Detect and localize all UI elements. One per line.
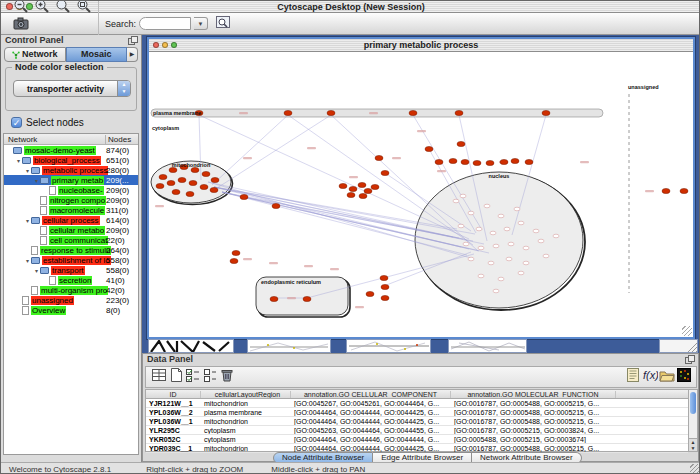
- zoom-selected-icon[interactable]: [75, 0, 92, 14]
- nucleus-node[interactable]: [468, 257, 474, 261]
- node[interactable]: [178, 177, 186, 182]
- node[interactable]: [375, 155, 383, 160]
- node[interactable]: [270, 296, 278, 301]
- node[interactable]: [473, 160, 481, 165]
- node[interactable]: [156, 183, 164, 188]
- background-window-1[interactable]: [148, 339, 234, 353]
- node[interactable]: [240, 194, 248, 199]
- node[interactable]: [364, 188, 372, 193]
- unselect-attributes-icon[interactable]: [201, 367, 218, 384]
- tree-row[interactable]: macromolecule311(0): [4, 205, 138, 215]
- new-attribute-icon[interactable]: [167, 367, 184, 384]
- nucleus-node[interactable]: [458, 224, 464, 228]
- nucleus-node[interactable]: [478, 246, 484, 250]
- nucleus-node[interactable]: [508, 242, 514, 246]
- node[interactable]: [347, 192, 355, 197]
- nucleus-node[interactable]: [506, 257, 512, 261]
- nucleus-node[interactable]: [463, 242, 469, 246]
- import-attributes-icon[interactable]: [658, 367, 675, 384]
- nucleus-node[interactable]: [538, 239, 544, 243]
- table-column-header[interactable]: _cellularLayoutRegion: [201, 391, 291, 398]
- tree-row[interactable]: multi-organism pro42(0): [4, 285, 138, 295]
- node[interactable]: [172, 189, 180, 194]
- nucleus-node[interactable]: [518, 271, 524, 275]
- tree-row[interactable]: ▾cellular process614(0): [4, 215, 138, 225]
- nucleus-node[interactable]: [476, 227, 482, 231]
- node[interactable]: [230, 258, 238, 263]
- nucleus-node[interactable]: [493, 289, 499, 293]
- network-canvas[interactable]: plasma membranecytoplasmmitochondrionnuc…: [149, 52, 693, 337]
- zoom-in-icon[interactable]: [33, 0, 50, 14]
- tree-row[interactable]: unassigned223(0): [4, 295, 138, 305]
- network-view-window[interactable]: primary metabolic process plasma membran…: [147, 37, 695, 339]
- tree-column-network[interactable]: Network: [8, 135, 37, 144]
- node[interactable]: [358, 182, 366, 187]
- nucleus-node[interactable]: [514, 207, 520, 211]
- delete-attribute-icon[interactable]: [218, 367, 235, 384]
- nucleus-node[interactable]: [523, 261, 529, 265]
- tree-row[interactable]: cell communicat22(0): [4, 235, 138, 245]
- table-row[interactable]: YLR295Ccytoplasm[GO:0045263, GO:0044464,…: [146, 426, 688, 435]
- nucleus-node[interactable]: [543, 254, 549, 258]
- scrollbar-thumb[interactable]: [690, 392, 696, 414]
- table-row[interactable]: YKR052Ccytoplasm[GO:0044464, GO:0044446,…: [146, 435, 688, 444]
- function-builder-icon[interactable]: f(x): [641, 367, 658, 384]
- expand-arrow-icon[interactable]: ▾: [33, 267, 40, 274]
- node[interactable]: [189, 180, 197, 185]
- nucleus-node[interactable]: [493, 244, 499, 248]
- enhanced-search-icon[interactable]: [214, 13, 231, 30]
- nucleus-node[interactable]: [484, 204, 490, 208]
- node[interactable]: [449, 158, 457, 163]
- background-window-4[interactable]: [448, 339, 527, 353]
- tree-row[interactable]: ▾primary metab209(...: [4, 175, 138, 185]
- table-column-header[interactable]: annotation.GO MOLECULAR_FUNCTION: [451, 391, 616, 398]
- node[interactable]: [303, 296, 311, 301]
- nucleus-node[interactable]: [498, 214, 504, 218]
- background-window-3[interactable]: [346, 339, 431, 353]
- tree-row[interactable]: cellular metabo209(0): [4, 225, 138, 235]
- nucleus-node[interactable]: [553, 234, 559, 238]
- tree-row[interactable]: ▾establishment of lo558(0): [4, 255, 138, 265]
- expand-arrow-icon[interactable]: ▾: [24, 217, 31, 224]
- select-attributes-icon[interactable]: [184, 367, 201, 384]
- background-window-5[interactable]: [659, 339, 698, 353]
- window-titlebar[interactable]: Cytoscape Desktop (New Session): [1, 1, 700, 13]
- zoom-fit-icon[interactable]: [54, 0, 71, 14]
- node[interactable]: [359, 193, 367, 198]
- tree-column-nodes[interactable]: Nodes: [105, 135, 131, 144]
- node[interactable]: [159, 174, 167, 179]
- attribute-matrix-icon[interactable]: [675, 367, 692, 384]
- node[interactable]: [486, 160, 494, 165]
- node[interactable]: [435, 159, 443, 164]
- tree-row[interactable]: Overview8(0): [4, 305, 138, 315]
- node[interactable]: [457, 141, 465, 146]
- node[interactable]: [232, 250, 240, 255]
- node[interactable]: [371, 184, 379, 189]
- nucleus-node[interactable]: [468, 211, 474, 215]
- node[interactable]: [186, 191, 194, 196]
- background-window-2[interactable]: [247, 339, 331, 353]
- scrollbar-arrows[interactable]: ▲▼: [689, 438, 697, 451]
- node[interactable]: [425, 146, 433, 151]
- node[interactable]: [327, 110, 335, 115]
- node[interactable]: [525, 159, 533, 164]
- node[interactable]: [461, 159, 469, 164]
- tree-row[interactable]: response to stimulu264(0): [4, 245, 138, 255]
- node[interactable]: [511, 158, 519, 163]
- tab-mosaic[interactable]: Mosaic: [66, 47, 128, 62]
- nucleus-node[interactable]: [533, 229, 539, 233]
- node[interactable]: [380, 275, 388, 280]
- node[interactable]: [200, 184, 208, 189]
- view-resize-grip[interactable]: [682, 326, 692, 336]
- node[interactable]: [500, 159, 508, 164]
- node[interactable]: [381, 295, 389, 300]
- node[interactable]: [542, 110, 550, 115]
- node[interactable]: [455, 110, 463, 115]
- node[interactable]: [349, 186, 357, 191]
- float-data-panel-icon[interactable]: [685, 355, 695, 364]
- nucleus-node[interactable]: [523, 246, 529, 250]
- table-row[interactable]: YJR121W__1mitochondrion[GO:0045267, GO:0…: [146, 399, 688, 408]
- zoom-out-icon[interactable]: [12, 0, 29, 14]
- table-row[interactable]: YPL036W__2plasma membrane[GO:0044464, GO…: [146, 408, 688, 417]
- node[interactable]: [662, 188, 670, 193]
